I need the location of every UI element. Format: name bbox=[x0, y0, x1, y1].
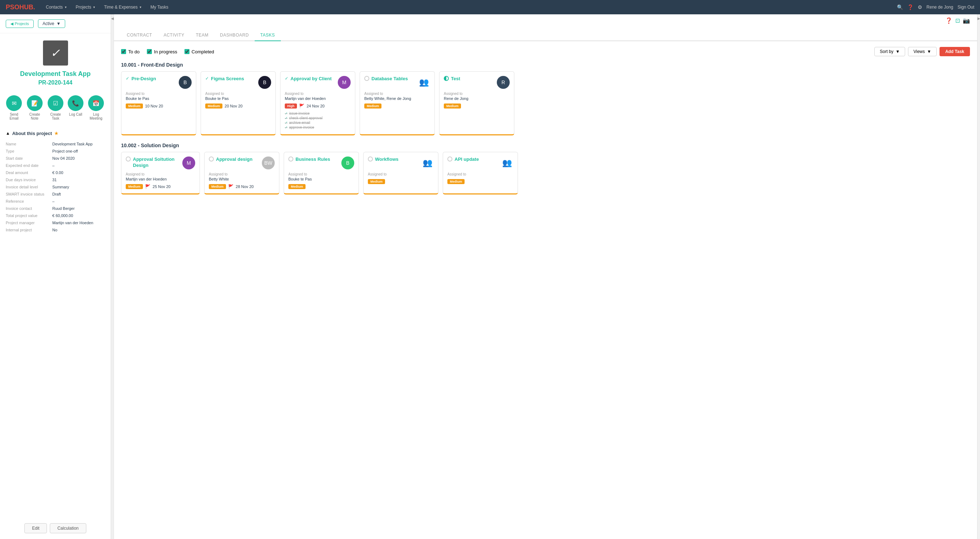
task-title-row: Approval design bbox=[209, 156, 262, 162]
brand-logo[interactable]: PSOHUB. bbox=[6, 3, 35, 11]
status-value: Active bbox=[43, 21, 54, 26]
task-card[interactable]: API update 👥 Assigned to Medium bbox=[443, 152, 518, 194]
right-collapse-handle[interactable]: ▶ bbox=[977, 14, 980, 539]
info-row: Total project value€ 60,000.00 bbox=[6, 212, 105, 219]
send-email-button[interactable]: ✉ Send Email bbox=[6, 95, 22, 120]
assigned-label: Assigned to bbox=[126, 92, 192, 95]
help-circle-icon[interactable]: ❓ bbox=[945, 17, 953, 24]
task-card[interactable]: ✓ Figma Screens B Assigned to Bouke te P… bbox=[200, 71, 276, 135]
task-card[interactable]: Approval design BW Assigned to Betty Whi… bbox=[204, 152, 279, 194]
info-key: Total project value bbox=[6, 212, 52, 219]
info-row: Project managerMartijn van der Hoeden bbox=[6, 219, 105, 226]
search-icon[interactable]: 🔍 bbox=[897, 4, 903, 10]
task-card[interactable]: Test R Assigned to Rene de Jong Medium bbox=[439, 71, 514, 135]
create-note-button[interactable]: 📝 Create Note bbox=[26, 95, 43, 120]
task-title-area: Approval design bbox=[209, 156, 262, 162]
inprogress-filter[interactable]: In progress bbox=[147, 49, 177, 54]
tab-tasks[interactable]: TASKS bbox=[255, 30, 281, 41]
flag-icon: 🚩 bbox=[228, 184, 234, 189]
task-todo-icon bbox=[126, 156, 131, 162]
create-note-icon: 📝 bbox=[27, 95, 43, 111]
settings-icon[interactable]: ⚙ bbox=[918, 4, 922, 10]
task-card[interactable]: Business Rules B Assigned to Bouke te Pa… bbox=[284, 152, 359, 194]
completed-filter[interactable]: Completed bbox=[185, 49, 214, 54]
info-key: Reference bbox=[6, 198, 52, 205]
sign-out-link[interactable]: Sign Out bbox=[958, 5, 974, 10]
about-project-header[interactable]: ▲ About this project ★ bbox=[6, 130, 105, 136]
log-call-icon: 📞 bbox=[68, 95, 83, 111]
task-title: Approval design bbox=[216, 156, 262, 162]
views-button[interactable]: Views ▼ bbox=[908, 47, 937, 56]
task-title: Pre-Design bbox=[132, 76, 179, 82]
task-card[interactable]: ✓ Approval by Client M Assigned to Marti… bbox=[280, 71, 355, 135]
info-row: Due days invoice31 bbox=[6, 176, 105, 183]
todo-checkbox[interactable] bbox=[121, 49, 126, 54]
help-icon[interactable]: ❓ bbox=[907, 4, 913, 10]
left-collapse-handle[interactable]: ◀ bbox=[111, 14, 114, 539]
assigned-name: Bouke te Pas bbox=[288, 177, 354, 181]
assigned-label: Assigned to bbox=[364, 92, 430, 95]
nav-time-expenses[interactable]: Time & Expenses ▼ bbox=[101, 3, 146, 11]
create-task-button[interactable]: ☑ Create Task bbox=[47, 95, 64, 120]
create-task-icon: ☑ bbox=[48, 95, 64, 111]
todo-filter[interactable]: To do bbox=[121, 49, 140, 54]
log-call-button[interactable]: 📞 Log Call bbox=[68, 95, 83, 120]
nav-time-expenses-arrow: ▼ bbox=[139, 6, 142, 9]
avatar: BW bbox=[262, 156, 275, 169]
expand-icon[interactable]: ⊡ bbox=[955, 17, 960, 24]
calculation-button[interactable]: Calculation bbox=[50, 523, 86, 533]
task-card[interactable]: ✓ Pre-Design B Assigned to Bouke te Pas … bbox=[121, 71, 196, 135]
project-id: PR-2020-144 bbox=[38, 79, 72, 86]
sidebar: ◀ Projects Active ▼ ✓ Development Task A… bbox=[0, 14, 111, 539]
back-to-projects-button[interactable]: ◀ Projects bbox=[6, 20, 34, 28]
task-todo-icon bbox=[447, 156, 452, 162]
send-email-icon: ✉ bbox=[6, 95, 22, 111]
status-dropdown[interactable]: Active ▼ bbox=[38, 19, 65, 28]
avatar: M bbox=[338, 76, 351, 89]
inprogress-checkbox[interactable] bbox=[147, 49, 152, 54]
log-call-label: Log Call bbox=[69, 113, 83, 116]
collapse-arrow-icon: ◀ bbox=[111, 16, 114, 21]
completed-checkbox[interactable] bbox=[185, 49, 189, 54]
task-footer: Medium bbox=[444, 103, 510, 108]
video-icon[interactable]: 📷 bbox=[963, 17, 970, 24]
assigned-label: Assigned to bbox=[126, 172, 195, 176]
sort-button[interactable]: Sort by ▼ bbox=[874, 47, 905, 56]
app-layout: ◀ Projects Active ▼ ✓ Development Task A… bbox=[0, 14, 980, 539]
edit-button[interactable]: Edit bbox=[24, 523, 47, 533]
user-profile-link[interactable]: Rene de Jong bbox=[927, 5, 953, 10]
back-label: Projects bbox=[15, 21, 29, 26]
task-date: 24 Nov 20 bbox=[307, 104, 325, 108]
nav-my-tasks[interactable]: My Tasks bbox=[147, 3, 172, 11]
info-row: Deal amount€ 0.00 bbox=[6, 169, 105, 176]
tab-activity[interactable]: ACTIVITY bbox=[158, 30, 190, 41]
assigned-label: Assigned to bbox=[205, 92, 271, 95]
assigned-name: Rene de Jong bbox=[444, 96, 510, 101]
task-card[interactable]: Approval Soltution Design M Assigned to … bbox=[121, 152, 200, 194]
log-meeting-button[interactable]: 📅 Log Meeting bbox=[87, 95, 105, 120]
log-meeting-label: Log Meeting bbox=[87, 113, 105, 120]
task-group: 10.002 - Solution Design Approval Soltut… bbox=[121, 143, 970, 196]
task-card-header: Workflows 👥 bbox=[368, 156, 434, 169]
tasks-area: To do In progress Completed Sort by ▼ bbox=[114, 41, 977, 539]
tab-dashboard[interactable]: DASHBOARD bbox=[214, 30, 255, 41]
add-task-button[interactable]: Add Task bbox=[940, 47, 970, 56]
tab-team[interactable]: TEAM bbox=[190, 30, 214, 41]
task-footer: Medium🚩25 Nov 20 bbox=[126, 184, 195, 189]
tab-contract[interactable]: CONTRACT bbox=[121, 30, 158, 41]
nav-contacts[interactable]: Contacts ▼ bbox=[42, 3, 70, 11]
info-value: € 0.00 bbox=[52, 169, 105, 176]
task-title: Approval by Client bbox=[291, 76, 338, 82]
task-title-row: Business Rules bbox=[288, 156, 341, 162]
info-value: Summary bbox=[52, 183, 105, 191]
project-title: Development Task App bbox=[20, 70, 91, 78]
task-title-row: ✓ Figma Screens bbox=[205, 76, 258, 82]
task-card-header: ✓ Approval by Client M bbox=[285, 76, 351, 89]
task-footer: Medium bbox=[288, 184, 354, 189]
task-card[interactable]: Database Tables 👥 Assigned to Betty Whit… bbox=[360, 71, 435, 135]
task-card[interactable]: Workflows 👥 Assigned to Medium bbox=[363, 152, 438, 194]
task-todo-icon bbox=[209, 156, 214, 162]
main-nav: Contacts ▼ Projects ▼ Time & Expenses ▼ … bbox=[42, 3, 890, 11]
brand-hub: HUB. bbox=[19, 3, 35, 11]
nav-projects[interactable]: Projects ▼ bbox=[72, 3, 99, 11]
